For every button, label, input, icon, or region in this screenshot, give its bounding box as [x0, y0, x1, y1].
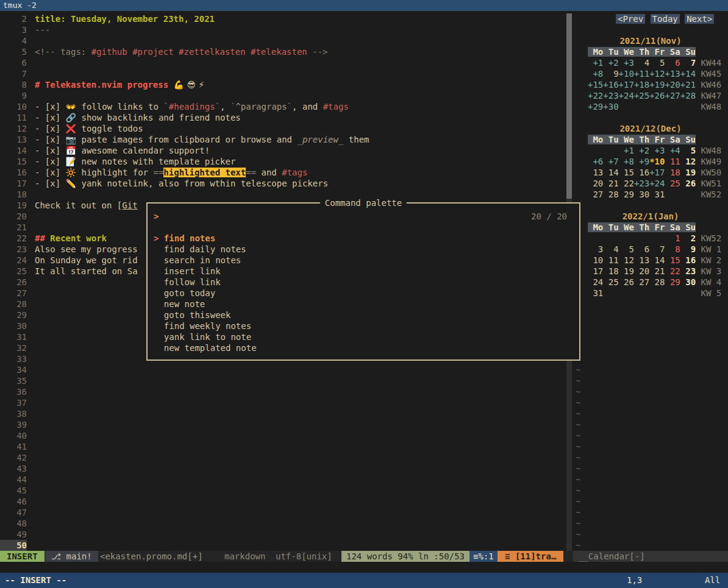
- calendar-day[interactable]: +12: [649, 69, 665, 79]
- calendar-day[interactable]: 5: [680, 146, 696, 155]
- calendar-day[interactable]: 31: [649, 190, 665, 199]
- calendar-day[interactable]: 26: [619, 277, 634, 287]
- calendar-day[interactable]: 3: [588, 244, 603, 254]
- editor-line[interactable]: 4: [0, 35, 566, 46]
- palette-item[interactable]: new templated note: [154, 342, 573, 353]
- calendar-day[interactable]: +23: [634, 179, 649, 188]
- editor-line[interactable]: 18: [0, 189, 566, 200]
- calendar-day[interactable]: 27: [634, 277, 649, 287]
- calendar-day[interactable]: 20: [588, 179, 603, 188]
- calendar-day[interactable]: +24: [649, 179, 665, 188]
- editor-line[interactable]: 37: [0, 397, 566, 408]
- calendar-day[interactable]: 22: [665, 266, 680, 276]
- calendar-day[interactable]: 7: [649, 244, 665, 254]
- editor-line[interactable]: 17- [x] ✏️ yank notelink, also from wthi…: [0, 178, 566, 189]
- editor-line[interactable]: 34: [0, 364, 566, 375]
- calendar-day[interactable]: +22: [588, 91, 603, 101]
- editor-line[interactable]: 13- [x] 📷 paste images from clipboard or…: [0, 134, 566, 145]
- editor-line[interactable]: 35: [0, 375, 566, 386]
- next-button[interactable]: Next>: [685, 14, 714, 24]
- calendar-day[interactable]: 11: [603, 255, 618, 265]
- calendar-day[interactable]: +3: [649, 146, 665, 155]
- calendar-day[interactable]: 10: [588, 255, 603, 265]
- editor-line[interactable]: 16- [x] 🔆 highlight for ==highlighted te…: [0, 167, 566, 178]
- calendar-day[interactable]: +23: [603, 91, 618, 101]
- calendar-day[interactable]: 18: [603, 266, 618, 276]
- calendar-day[interactable]: 6: [665, 58, 680, 68]
- calendar-day[interactable]: 31: [588, 288, 603, 298]
- calendar-day[interactable]: 13: [634, 255, 649, 265]
- editor-line[interactable]: 11- [x] 🔗 show backlinks and friend note…: [0, 112, 566, 123]
- palette-item[interactable]: > find notes: [154, 233, 573, 244]
- prev-button[interactable]: <Prev: [616, 14, 645, 24]
- calendar-day[interactable]: +17: [649, 168, 665, 177]
- calendar-day[interactable]: 22: [619, 179, 634, 188]
- palette-item[interactable]: find weekly notes: [154, 321, 573, 331]
- calendar-day[interactable]: +17: [619, 80, 634, 90]
- calendar-day[interactable]: +25: [634, 91, 649, 101]
- editor-line[interactable]: 39: [0, 419, 566, 430]
- calendar-day[interactable]: 20: [634, 266, 649, 276]
- calendar-day[interactable]: +26: [649, 91, 665, 101]
- calendar-day[interactable]: +13: [665, 69, 680, 79]
- editor-line[interactable]: 12- [x] ❌ toggle todos: [0, 123, 566, 134]
- calendar-day[interactable]: 4: [634, 58, 649, 68]
- editor-line[interactable]: 46: [0, 496, 566, 507]
- calendar-day[interactable]: 26: [680, 179, 696, 188]
- editor-line[interactable]: 8# Telekasten.nvim progress 💪 😎 ⚡: [0, 79, 566, 90]
- palette-item[interactable]: goto today: [154, 288, 573, 299]
- calendar-day[interactable]: +15: [588, 80, 603, 90]
- calendar-day[interactable]: +28: [680, 91, 696, 101]
- calendar-day[interactable]: *10: [649, 157, 665, 166]
- command-line[interactable]: :lua require('telekasten').panel(): [0, 562, 728, 573]
- calendar-day[interactable]: +29: [588, 102, 603, 112]
- calendar-day[interactable]: 17: [588, 266, 603, 276]
- palette-item[interactable]: new note: [154, 299, 573, 310]
- calendar-day[interactable]: 5: [619, 244, 634, 254]
- calendar-day[interactable]: +1: [588, 58, 603, 68]
- editor-line[interactable]: 15- [x] 📝 new notes with template picker: [0, 156, 566, 167]
- calendar-day[interactable]: 5: [649, 58, 665, 68]
- calendar-day[interactable]: +27: [665, 91, 680, 101]
- palette-item[interactable]: goto thisweek: [154, 310, 573, 321]
- editor-line[interactable]: 43: [0, 463, 566, 474]
- calendar-day[interactable]: +10: [619, 69, 634, 79]
- calendar-day[interactable]: +3: [619, 58, 634, 68]
- calendar-day[interactable]: 15: [665, 255, 680, 265]
- today-button[interactable]: Today: [651, 14, 680, 24]
- calendar-day[interactable]: +30: [603, 102, 618, 112]
- calendar-day[interactable]: 14: [649, 255, 665, 265]
- palette-item[interactable]: yank link to note: [154, 331, 573, 342]
- calendar-day[interactable]: 6: [634, 244, 649, 254]
- calendar-day[interactable]: 15: [619, 168, 634, 177]
- calendar-day[interactable]: 2: [680, 233, 696, 243]
- palette-item[interactable]: follow link: [154, 277, 573, 288]
- editor-line[interactable]: 7: [0, 68, 566, 79]
- calendar-day[interactable]: +18: [634, 80, 649, 90]
- calendar-day[interactable]: 12: [680, 157, 696, 166]
- editor-line[interactable]: 6: [0, 57, 566, 68]
- editor-line[interactable]: 36: [0, 386, 566, 397]
- editor-line[interactable]: 48: [0, 518, 566, 529]
- calendar-day[interactable]: 30: [634, 190, 649, 199]
- calendar-day[interactable]: 18: [665, 168, 680, 177]
- calendar-day[interactable]: 8: [665, 244, 680, 254]
- calendar-day[interactable]: +8: [588, 69, 603, 79]
- editor-line[interactable]: 42: [0, 452, 566, 463]
- palette-item[interactable]: search in notes: [154, 255, 573, 266]
- calendar-day[interactable]: +7: [603, 157, 618, 166]
- editor-line[interactable]: 9: [0, 90, 566, 101]
- calendar-day[interactable]: 9: [603, 69, 618, 79]
- calendar-day[interactable]: +24: [619, 91, 634, 101]
- calendar-day[interactable]: +8: [619, 157, 634, 166]
- editor-line[interactable]: 2title: Tuesday, November 23th, 2021: [0, 13, 566, 24]
- calendar-day[interactable]: 24: [588, 277, 603, 287]
- calendar-day[interactable]: 11: [665, 157, 680, 166]
- calendar-day[interactable]: 29: [665, 277, 680, 287]
- calendar-day[interactable]: 9: [680, 244, 696, 254]
- calendar-day[interactable]: 14: [603, 168, 618, 177]
- calendar-day[interactable]: 21: [603, 179, 618, 188]
- prompt-caret[interactable]: >: [154, 211, 159, 222]
- editor-line[interactable]: 44: [0, 474, 566, 485]
- calendar-day[interactable]: +14: [680, 69, 696, 79]
